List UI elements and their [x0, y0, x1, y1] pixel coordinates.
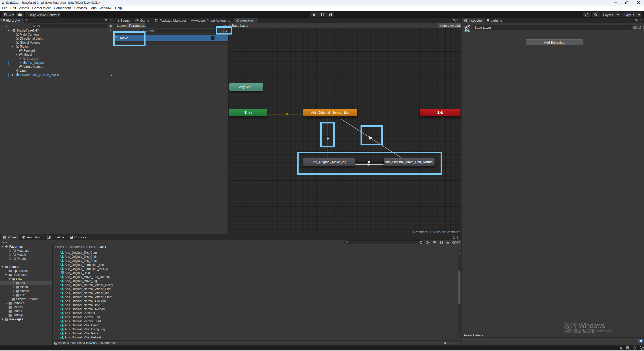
- svg-text:?: ?: [634, 26, 636, 29]
